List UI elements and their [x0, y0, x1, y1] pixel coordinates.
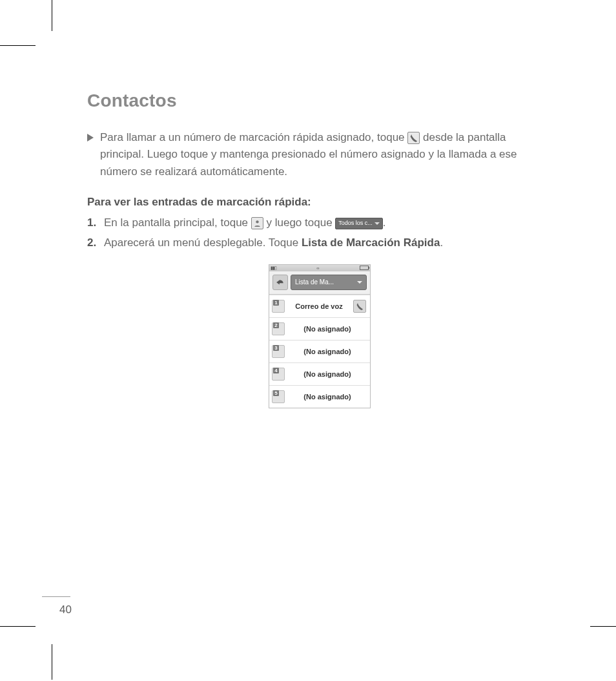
step-1: 1. En la pantalla principal, toque y lue… [87, 214, 552, 233]
contacts-icon [251, 217, 263, 229]
step-text: En la pantalla principal, toque [104, 216, 251, 229]
step-number: 2. [87, 234, 99, 253]
key-number: 4 [273, 368, 279, 373]
step-number: 1. [87, 214, 99, 233]
step-text: y luego toque [267, 216, 336, 229]
speed-dial-dropdown[interactable]: Lista de Ma... [291, 275, 367, 290]
back-button[interactable] [272, 275, 288, 290]
key-number: 2 [273, 322, 279, 328]
row-label: (No asignado) [289, 370, 366, 378]
battery-icon [360, 266, 369, 270]
row-label: Correo de voz [289, 302, 349, 310]
page-content: Contactos Para llamar a un número de mar… [87, 90, 552, 408]
key-number: 1 [273, 300, 279, 306]
keypad-5-icon: 5 [272, 390, 285, 403]
key-number: 5 [273, 390, 279, 396]
page-title: Contactos [87, 90, 552, 111]
page-number-rule [42, 596, 70, 597]
manual-page: Contactos Para llamar a un número de mar… [0, 0, 616, 681]
chevron-down-icon [357, 281, 362, 284]
speed-dial-row-5[interactable]: 5 (No asignado) [269, 385, 370, 408]
crop-mark [0, 626, 36, 627]
page-number: 40 [59, 603, 72, 616]
signal-icon: ▮▮▯ [271, 266, 276, 271]
crop-mark [0, 45, 36, 46]
phone-screenshot: ▮▮▯ ∞ Lista de Ma... 1 Correo de voz [269, 264, 371, 408]
call-icon[interactable] [353, 300, 366, 313]
chevron-down-icon [375, 222, 380, 225]
keypad-1-icon: 1 [272, 300, 285, 313]
crop-mark [52, 0, 52, 31]
intro-text: Para llamar a un número de marcación ráp… [100, 129, 552, 180]
intro-text-pre: Para llamar a un número de marcación ráp… [100, 131, 407, 143]
key-number: 3 [273, 345, 279, 351]
step-2: 2. Aparecerá un menú desplegable. Toque … [87, 234, 552, 253]
crop-mark [590, 626, 616, 627]
speed-dial-list: 1 Correo de voz 2 (No asignado) 3 (No as… [269, 295, 370, 408]
triangle-bullet-icon [87, 130, 94, 180]
row-label: (No asignado) [289, 393, 366, 401]
keypad-3-icon: 3 [272, 345, 285, 358]
row-label: (No asignado) [289, 348, 366, 355]
speed-dial-row-1[interactable]: 1 Correo de voz [269, 295, 370, 317]
chip-label: Todos los c... [338, 218, 373, 228]
svg-point-1 [256, 220, 258, 223]
phone-header: Lista de Ma... [269, 271, 370, 295]
keypad-4-icon: 4 [272, 368, 285, 381]
step-text: . [440, 236, 443, 249]
dialer-icon [407, 132, 420, 144]
step-body: Aparecerá un menú desplegable. Toque Lis… [104, 234, 552, 253]
dropdown-label: Lista de Ma... [295, 278, 334, 286]
svg-marker-0 [87, 134, 94, 141]
keypad-2-icon: 2 [272, 322, 285, 335]
step-body: En la pantalla principal, toque y luego … [104, 214, 552, 233]
speed-dial-row-3[interactable]: 3 (No asignado) [269, 340, 370, 362]
speed-dial-row-2[interactable]: 2 (No asignado) [269, 317, 370, 340]
speed-dial-row-4[interactable]: 4 (No asignado) [269, 362, 370, 385]
intro-bullet: Para llamar a un número de marcación ráp… [87, 129, 552, 180]
status-icons: ∞ [316, 266, 319, 270]
step-text: . [383, 216, 386, 229]
step-text: Aparecerá un menú desplegable. Toque [104, 236, 302, 249]
step-bold: Lista de Marcación Rápida [302, 236, 440, 249]
crop-mark [52, 644, 52, 680]
row-label: (No asignado) [289, 325, 366, 333]
phone-status-bar: ▮▮▯ ∞ [269, 265, 370, 271]
subheading: Para ver las entradas de marcación rápid… [87, 196, 552, 209]
all-contacts-chip: Todos los c... [335, 218, 383, 229]
